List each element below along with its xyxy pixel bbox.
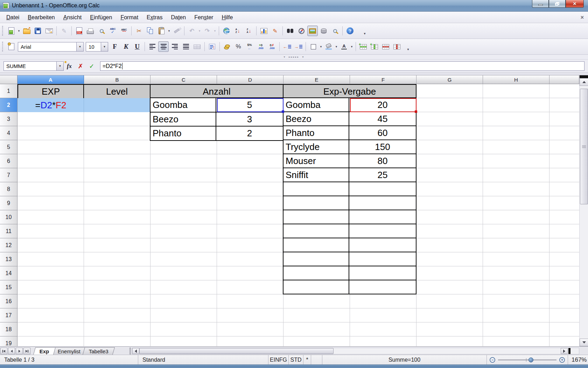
- row-header-4[interactable]: 4: [0, 126, 18, 140]
- cell-e14[interactable]: [284, 266, 349, 280]
- hyperlink-button[interactable]: [221, 26, 232, 36]
- font-size-combo[interactable]: 10 ▼: [86, 42, 108, 52]
- scroll-down-button[interactable]: [580, 339, 588, 346]
- status-selection-mode[interactable]: STD: [289, 355, 303, 364]
- borders-dropdown[interactable]: ▾: [319, 45, 323, 48]
- cut-button[interactable]: ✂: [134, 26, 144, 36]
- next-sheet-button[interactable]: [16, 348, 23, 354]
- menu-ansicht[interactable]: Ansicht: [59, 13, 86, 22]
- restore-button[interactable]: [549, 0, 566, 8]
- sort-descending-button[interactable]: ZA↓: [244, 26, 254, 36]
- status-sum[interactable]: Summe=100: [322, 355, 487, 364]
- email-button[interactable]: ➔: [44, 26, 54, 36]
- column-header-e[interactable]: E: [284, 75, 350, 84]
- zoom-out-button[interactable]: −: [490, 357, 495, 363]
- status-page-style[interactable]: Standard: [138, 355, 268, 364]
- cell-f6[interactable]: 80: [349, 154, 416, 168]
- scroll-left-button[interactable]: [132, 348, 139, 354]
- italic-button[interactable]: K: [121, 41, 131, 52]
- row-header-9[interactable]: 9: [0, 196, 18, 210]
- new-document-dropdown[interactable]: ▾: [17, 29, 21, 33]
- background-color-dropdown[interactable]: ▾: [334, 45, 338, 48]
- bold-button[interactable]: F: [110, 41, 120, 52]
- row-header-16[interactable]: 16: [0, 294, 18, 308]
- edit-mode-button[interactable]: ✎: [59, 26, 69, 36]
- menu-hilfe[interactable]: Hilfe: [217, 13, 237, 22]
- row-header-15[interactable]: 15: [0, 280, 18, 294]
- cell-e1-f1-merged[interactable]: Exp-Vergabe: [283, 84, 416, 99]
- status-zoom-level[interactable]: 167%: [568, 355, 588, 364]
- cell-f7[interactable]: 25: [349, 168, 416, 182]
- row-header-19[interactable]: 19: [0, 336, 18, 346]
- font-name-dropdown-icon[interactable]: ▼: [76, 42, 83, 51]
- insert-row-button[interactable]: +: [358, 41, 369, 52]
- cancel-button[interactable]: ✗: [76, 61, 85, 71]
- toolbar-grip[interactable]: [2, 26, 4, 36]
- wrap-text-button[interactable]: ↕: [207, 41, 217, 52]
- delete-decimal-button[interactable]: 0✗.000: [267, 41, 277, 52]
- row-header-17[interactable]: 17: [0, 308, 18, 322]
- menu-extras[interactable]: Extras: [142, 13, 167, 22]
- print-button[interactable]: [85, 26, 96, 36]
- row-header-6[interactable]: 6: [0, 154, 18, 168]
- zoom-slider-track[interactable]: [498, 357, 556, 363]
- zoom-button[interactable]: [330, 26, 340, 36]
- row-header-10[interactable]: 10: [0, 210, 18, 224]
- zoom-slider-thumb[interactable]: [528, 357, 533, 362]
- undo-button[interactable]: ↶: [187, 26, 197, 36]
- reference-highlight-d2[interactable]: [217, 98, 284, 112]
- name-box[interactable]: SUMME ▼: [4, 61, 64, 71]
- column-header-a[interactable]: A: [18, 75, 84, 84]
- column-header-f[interactable]: F: [350, 75, 416, 84]
- cell-a2-formula-edit[interactable]: =D2*F2: [18, 98, 84, 112]
- sheet-tab-enemylist[interactable]: Enemylist: [51, 347, 87, 355]
- align-right-button[interactable]: [169, 41, 180, 52]
- navigator-button[interactable]: [296, 26, 307, 36]
- cell-e6[interactable]: Mouser: [284, 154, 349, 168]
- borders-button[interactable]: [308, 41, 318, 52]
- first-sheet-button[interactable]: [0, 348, 7, 354]
- status-insert-mode[interactable]: EINFG: [268, 355, 289, 364]
- background-color-button[interactable]: [323, 41, 334, 52]
- cell-d3[interactable]: 3: [216, 113, 283, 126]
- column-header-c[interactable]: C: [150, 75, 217, 84]
- cell-d4[interactable]: 2: [216, 127, 283, 140]
- cell-c3[interactable]: Beezo: [150, 113, 216, 126]
- align-center-button[interactable]: [158, 41, 169, 52]
- add-decimal-button[interactable]: +0.000: [255, 41, 266, 52]
- standard-format-button[interactable]: $%←: [244, 41, 255, 52]
- column-header-h[interactable]: H: [483, 75, 550, 84]
- cell-e8[interactable]: [284, 182, 349, 196]
- row-header-3[interactable]: 3: [0, 112, 18, 126]
- open-button[interactable]: ↗: [21, 26, 32, 36]
- row-header-8[interactable]: 8: [0, 182, 18, 196]
- select-all-corner[interactable]: [0, 75, 18, 84]
- new-document-button[interactable]: [6, 26, 16, 36]
- currency-format-button[interactable]: [222, 41, 232, 52]
- delete-column-button[interactable]: [392, 41, 402, 52]
- cell-f4[interactable]: 60: [349, 126, 416, 139]
- increase-indent-button[interactable]: →: [293, 41, 303, 52]
- auto-spellcheck-button[interactable]: ABC~~: [119, 26, 129, 36]
- cell-e12[interactable]: [284, 238, 349, 252]
- column-header-partial[interactable]: [550, 75, 579, 84]
- cell-e4[interactable]: Phanto: [284, 126, 349, 139]
- menu-fenster[interactable]: Fenster: [190, 13, 217, 22]
- cell-e5[interactable]: Tryclyde: [284, 140, 349, 154]
- row-header-7[interactable]: 7: [0, 168, 18, 182]
- cell-f14[interactable]: [349, 266, 416, 280]
- tab-scrollbar-splitter[interactable]: [130, 348, 131, 354]
- find-replace-button[interactable]: [285, 26, 295, 36]
- help-button[interactable]: ?: [345, 26, 355, 36]
- scroll-up-button[interactable]: [580, 78, 588, 86]
- menu-bearbeiten[interactable]: Bearbeiten: [23, 13, 59, 22]
- menu-datei[interactable]: Datei: [2, 13, 23, 22]
- reference-handle[interactable]: [282, 110, 284, 113]
- paste-dropdown[interactable]: ▾: [167, 29, 171, 33]
- cell-f9[interactable]: [349, 196, 416, 210]
- row-header-11[interactable]: 11: [0, 224, 18, 238]
- row-header-2[interactable]: 2: [0, 98, 18, 112]
- row-header-12[interactable]: 12: [0, 238, 18, 252]
- percent-format-button[interactable]: %: [233, 41, 244, 52]
- menu-einfuegen[interactable]: Einfügen: [86, 13, 116, 22]
